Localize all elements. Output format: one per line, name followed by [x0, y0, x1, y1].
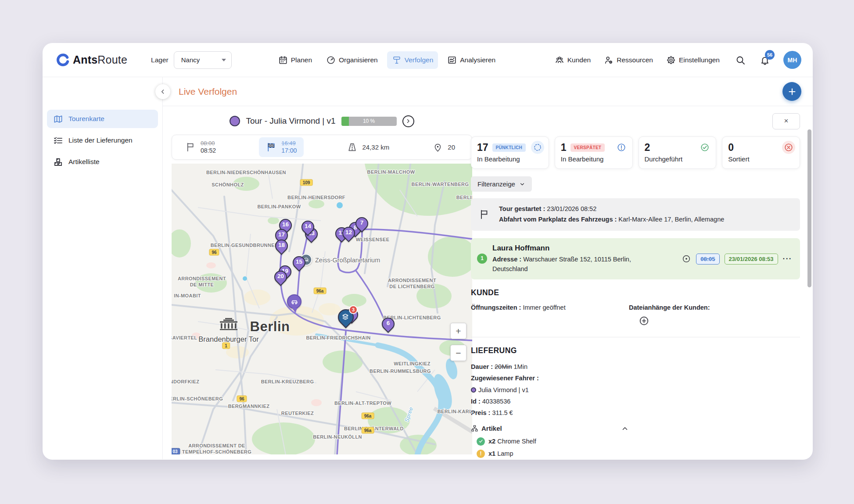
attachments-label: Dateianhänge der Kunden:	[629, 304, 710, 311]
boxes-icon	[53, 157, 63, 167]
nav-item-label: Organisieren	[339, 56, 378, 64]
map-stop-marker-6[interactable]: 6	[381, 317, 396, 335]
sidebar-item-liste-der-lieferungen[interactable]: Liste der Lieferungen	[47, 131, 158, 150]
nav-item-ressourcen[interactable]: Ressourcen	[599, 51, 658, 69]
panel-scrollbar[interactable]	[807, 129, 811, 287]
driver-color-dot	[471, 387, 476, 393]
collapse-artikel-button[interactable]	[621, 425, 629, 433]
lager-group: Lager Nancy	[151, 51, 232, 69]
lager-select[interactable]: Nancy	[174, 51, 232, 69]
actual-time-chip: 23/01/2026 08:53	[725, 254, 778, 265]
start-info-value-2: Karl-Marx-Allee 17, Berlin, Allemagne	[618, 216, 724, 223]
chevron-down-icon	[222, 59, 226, 61]
district-label: BERLIN-PANKOW	[257, 204, 301, 210]
lager-label: Lager	[151, 56, 169, 64]
next-tour-button[interactable]	[402, 115, 414, 127]
add-attachment-button[interactable]	[639, 315, 649, 326]
item-name: Chrome Shelf	[497, 438, 536, 445]
notifications-button[interactable]: 56	[756, 51, 774, 69]
tour-stop-count: 20	[432, 142, 455, 153]
grouped-stops-marker[interactable]: 3	[337, 309, 355, 331]
district-label: LENDORFKIEZ	[172, 379, 199, 385]
nav-item-organisieren[interactable]: Organisieren	[321, 51, 383, 69]
tour-progress-bar: 10 %	[341, 117, 397, 126]
map-panel: Tour - Julia Virmond | v1 10 %	[172, 111, 472, 454]
page-header: Live Verfolgen	[163, 77, 813, 106]
locate-stop-button[interactable]	[682, 254, 691, 264]
district-label: REUTERKIEZ	[281, 410, 314, 416]
search-button[interactable]	[732, 51, 749, 69]
filter-display-button[interactable]: Filteranzeige	[471, 176, 532, 192]
district-label: BERLIN-F	[456, 194, 472, 200]
search-icon	[735, 55, 746, 65]
road-badge: 96a	[362, 413, 374, 419]
tour-end-time: 16:49 17:00	[259, 137, 304, 157]
map-stop-marker-15[interactable]: 15	[292, 256, 307, 274]
close-panel-button[interactable]: ×	[772, 113, 800, 129]
map-stop-marker-14[interactable]: 14	[301, 220, 316, 238]
stop-card[interactable]: 1 Laura Hoffmann Adresse : Warschauer St…	[471, 238, 800, 280]
cross-icon	[782, 141, 795, 154]
district-label: BERLIN-HEINERSDORF	[287, 194, 345, 200]
nav-item-planen[interactable]: Planen	[273, 51, 317, 69]
nav-item-label: Einstellungen	[679, 56, 720, 64]
nav-item-kunden[interactable]: Kunden	[550, 51, 596, 69]
marker-number: 15	[292, 258, 306, 265]
back-button[interactable]	[155, 84, 170, 99]
plus-icon	[787, 87, 797, 97]
planned-time-chip: 08:05	[696, 254, 719, 265]
start-info-value-1: 23/01/2026 08:52	[547, 205, 596, 212]
tour-progress-label: 10 %	[341, 117, 397, 126]
item-pending-icon: !	[477, 450, 485, 458]
stat-label: In Bearbeitung	[561, 155, 627, 163]
nav-item-label: Analysieren	[460, 56, 495, 64]
nav-item-einstellungen[interactable]: Einstellungen	[661, 51, 725, 69]
hours-label: Öffnungszeiten :	[471, 304, 521, 311]
district-label: SCHÖNHOLZ	[212, 182, 244, 188]
gauge-icon	[326, 55, 336, 65]
brand-logo[interactable]: AntsRoute	[56, 53, 127, 67]
id-value: 40338536	[482, 398, 511, 405]
map-stop-marker-18[interactable]: 18	[274, 239, 289, 257]
road-badge: 96	[209, 249, 219, 256]
end-time-planned: 16:49	[281, 140, 297, 147]
artikel-section-header[interactable]: Artikel	[471, 425, 629, 433]
district-label: BERGMANNKIEZ	[228, 403, 270, 409]
sidebar-item-label: Tourenkarte	[68, 115, 104, 123]
city-label: Berlin	[250, 318, 290, 336]
people-icon	[555, 55, 564, 65]
route-map[interactable]: BERLIN-NIEDERSCHÖNHAUSENSCHÖNHOLZBERLIN-…	[172, 164, 472, 454]
gear-icon	[666, 55, 676, 65]
district-label: ARRONDISSEMENT DETEMPELHOF-SCHÖNEBERG	[182, 443, 251, 454]
sidebar-item-label: Liste der Lieferungen	[68, 136, 133, 144]
vehicle-marker[interactable]	[287, 294, 303, 313]
sidebar-item-tourenkarte[interactable]: Tourenkarte	[47, 110, 158, 128]
distance-value: 24,32 km	[362, 143, 389, 151]
fahrer-value-row: Julia Virmond | v1	[471, 384, 800, 396]
tour-detail-panel: × 17PÜNKTLICHIn Bearbeitung1VERSPÄTETIn …	[471, 111, 800, 460]
lager-select-value: Nancy	[181, 56, 200, 64]
sidebar-item-artikelliste[interactable]: Artikelliste	[47, 153, 158, 171]
map-zoom-out-button[interactable]: −	[450, 345, 466, 361]
map-stop-marker-20[interactable]: 20	[273, 270, 288, 288]
district-label: BERLIN-FRIEDRICHSHAIN	[306, 335, 370, 341]
fahrer-label-row: Zugewiesener Fahrer :	[471, 372, 800, 384]
nav-item-verfolgen[interactable]: Verfolgen	[387, 51, 438, 69]
stat-value: 0	[728, 142, 734, 154]
nav-item-analysieren[interactable]: Analysieren	[442, 51, 500, 69]
user-avatar[interactable]: MH	[783, 51, 801, 69]
customer-name: Laura Hoffmann	[492, 244, 676, 253]
kunde-heading: KUNDE	[471, 288, 800, 297]
id-row: Id : 40338536	[471, 396, 800, 407]
map-stop-marker-12[interactable]: 12	[341, 226, 356, 244]
district-label: WEITLINGKIEZ	[394, 361, 431, 367]
stat-card-in-bearbeitung-info: 1VERSPÄTETIn Bearbeitung	[555, 136, 633, 169]
map-zoom-in-button[interactable]: +	[450, 323, 466, 339]
map-stop-marker-7[interactable]: 7	[355, 217, 370, 235]
page-title: Live Verfolgen	[179, 86, 237, 97]
road-badge: 03	[172, 448, 180, 455]
tour-header: Tour - Julia Virmond | v1 10 %	[172, 111, 472, 131]
add-button[interactable]	[782, 82, 801, 101]
map-base-layer	[172, 164, 472, 454]
stop-more-button[interactable]: ···	[783, 254, 792, 263]
